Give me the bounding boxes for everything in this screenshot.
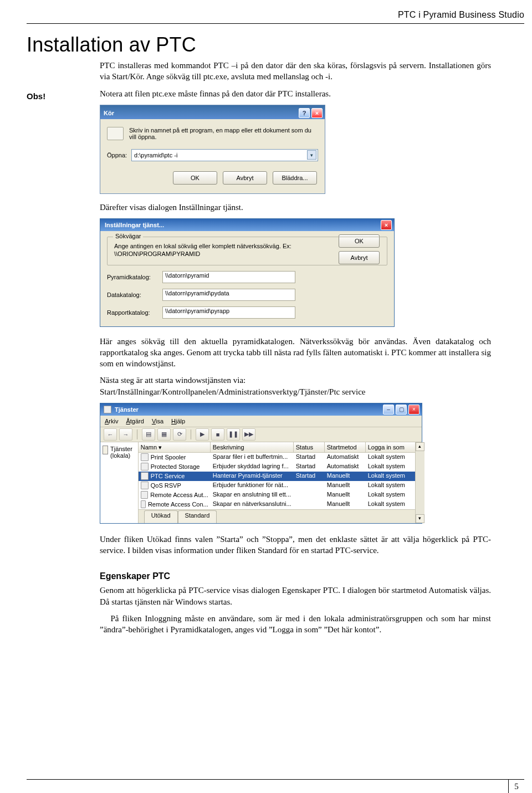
open-label: Öppna: — [107, 152, 127, 158]
settings-dialog-title: Inställningar tjänst... — [105, 222, 164, 228]
p4: Här anges sökväg till den aktuella pyram… — [100, 336, 491, 370]
service-logon: Lokalt system — [366, 472, 416, 481]
close-button[interactable]: × — [381, 220, 392, 230]
service-start: Manuellt — [325, 472, 366, 481]
service-logon: Lokalt system — [366, 462, 416, 472]
open-combobox[interactable]: d:\pyramid\ptc -i ▾ — [131, 149, 318, 161]
services-menu: Arkiv Åtgärd Visa Hjälp — [100, 416, 422, 427]
play-button[interactable]: ▶ — [196, 428, 209, 441]
service-name: Remote Access Aut... — [150, 492, 208, 498]
service-icon — [141, 453, 149, 461]
service-status — [294, 481, 325, 490]
service-desc: Erbjuder skyddad lagring f... — [211, 462, 294, 472]
scroll-down-icon[interactable]: ▾ — [416, 514, 424, 523]
col-logon[interactable]: Logga in som — [366, 442, 416, 452]
table-row[interactable]: QoS RSVPErbjuder funktioner för nät...Ma… — [139, 481, 424, 490]
service-logon: Lokalt system — [366, 453, 416, 462]
run-icon — [107, 127, 124, 140]
path-input[interactable]: \\datorn\pyramid\pydata — [162, 289, 295, 301]
p8: På fliken Inloggning måste en användare,… — [100, 613, 491, 636]
service-status — [294, 490, 325, 500]
col-name[interactable]: Namn ▾ — [139, 442, 211, 452]
service-logon: Lokalt system — [366, 481, 416, 490]
settings-dialog: Inställningar tjänst... × OK Avbryt Sökv… — [100, 218, 395, 327]
service-name: Protected Storage — [151, 463, 200, 470]
help-button[interactable]: ? — [299, 108, 310, 118]
service-start: Manuellt — [325, 481, 366, 490]
path-row: Pyramidkatalog:\\datorn\pyramid — [107, 271, 387, 283]
run-dialog-titlebar: Kör ? × — [100, 105, 325, 119]
intro-paragraph: PTC installeras med kommandot PTC –i på … — [100, 60, 491, 83]
table-row[interactable]: Remote Access Aut...Skapar en anslutning… — [139, 490, 424, 500]
view-button[interactable]: ▤ — [142, 428, 155, 441]
obs-paragraph: Notera att filen ptc.exe måste finnas på… — [100, 88, 491, 99]
tab-standard[interactable]: Standard — [178, 510, 217, 523]
service-logon: Lokalt system — [366, 500, 416, 509]
p5a: Nästa steg är att starta windowstjänsten… — [100, 375, 491, 386]
tree-root-label: Tjänster (lokala) — [110, 446, 136, 459]
page-number: 5 — [508, 780, 524, 793]
service-status — [294, 500, 325, 509]
table-row[interactable]: Remote Access Con...Skapar en nätverksan… — [139, 500, 424, 509]
col-desc[interactable]: Beskrivning — [211, 442, 294, 452]
service-start: Manuellt — [325, 500, 366, 509]
scroll-up-icon[interactable]: ▴ — [416, 442, 424, 451]
minimize-button[interactable]: – — [383, 405, 394, 415]
menu-hjalp[interactable]: Hjälp — [171, 418, 185, 424]
p7: Genom att högerklicka på PTC-service vis… — [100, 585, 491, 607]
browse-button[interactable]: Bläddra... — [273, 171, 317, 185]
close-button[interactable]: × — [311, 108, 323, 118]
run-help-text: Skriv in namnet på ett program, en mapp … — [129, 127, 318, 140]
table-row[interactable]: Protected StorageErbjuder skyddad lagrin… — [139, 462, 424, 472]
ok-button[interactable]: OK — [173, 171, 217, 185]
path-row: Rapportkatalog:\\datorn\pyramid\pyrapp — [107, 306, 387, 319]
services-toolbar: ← → ▤ ▦ ⟳ ▶ ■ ❚❚ ▶▶ — [100, 427, 422, 442]
stop-button[interactable]: ■ — [211, 428, 224, 441]
service-start: Manuellt — [325, 490, 366, 500]
path-input[interactable]: \\datorn\pyramid\pyrapp — [162, 306, 295, 319]
table-row[interactable]: Print SpoolerSparar filer i ett buffertm… — [139, 453, 424, 462]
service-status: Startad — [294, 453, 325, 462]
services-tree[interactable]: Tjänster (lokala) — [100, 442, 139, 523]
pause-button[interactable]: ❚❚ — [227, 428, 240, 441]
props-button[interactable]: ▦ — [157, 428, 171, 441]
menu-arkiv[interactable]: Arkiv — [105, 418, 118, 424]
service-logon: Lokalt system — [366, 490, 416, 500]
col-status[interactable]: Status — [294, 442, 325, 452]
services-header: Namn ▾ Beskrivning Status Startmetod Log… — [139, 442, 424, 453]
menu-atgard[interactable]: Åtgärd — [126, 418, 144, 424]
restart-button[interactable]: ▶▶ — [242, 428, 255, 441]
app-icon — [104, 406, 111, 413]
settings-dialog-titlebar: Inställningar tjänst... × — [100, 219, 394, 231]
forward-button[interactable]: → — [119, 428, 132, 441]
col-start[interactable]: Startmetod — [325, 442, 366, 452]
services-title: Tjänster — [115, 406, 139, 413]
group-label: Sökvägar — [113, 233, 143, 239]
p5b: Start/Inställningar/Kontrollpanelen/Admi… — [100, 386, 491, 397]
service-icon — [141, 482, 149, 489]
service-status: Startad — [294, 462, 325, 472]
maximize-button[interactable]: ▢ — [396, 405, 407, 415]
close-button[interactable]: × — [408, 405, 420, 415]
back-button[interactable]: ← — [104, 428, 117, 441]
tab-extended[interactable]: Utökad — [144, 510, 178, 523]
service-name: Remote Access Con... — [148, 501, 208, 508]
page-title: Installation av PTC — [27, 33, 491, 57]
service-status: Startad — [294, 472, 325, 481]
path-input[interactable]: \\datorn\pyramid — [162, 271, 295, 283]
menu-visa[interactable]: Visa — [152, 418, 163, 424]
path-label: Datakatalog: — [107, 291, 158, 298]
scrollbar[interactable]: ▴ ▾ — [415, 442, 424, 523]
service-desc: Sparar filer i ett buffertmin... — [211, 453, 294, 462]
open-value: d:\pyramid\ptc -i — [134, 152, 177, 158]
table-row[interactable]: PTC ServiceHanterar Pyramid-tjänsterStar… — [139, 472, 424, 481]
service-start: Automatiskt — [325, 462, 366, 472]
service-desc: Hanterar Pyramid-tjänster — [211, 472, 294, 481]
service-icon — [141, 491, 148, 499]
services-tabs: Utökad Standard — [139, 509, 424, 523]
run-dialog: Kör ? × Skriv in namnet på ett program, … — [100, 105, 325, 194]
cancel-button[interactable]: Avbryt — [223, 171, 267, 185]
refresh-button[interactable]: ⟳ — [173, 428, 186, 441]
running-head: PTC i Pyramid Business Studio — [398, 10, 524, 20]
chevron-down-icon[interactable]: ▾ — [307, 150, 316, 160]
